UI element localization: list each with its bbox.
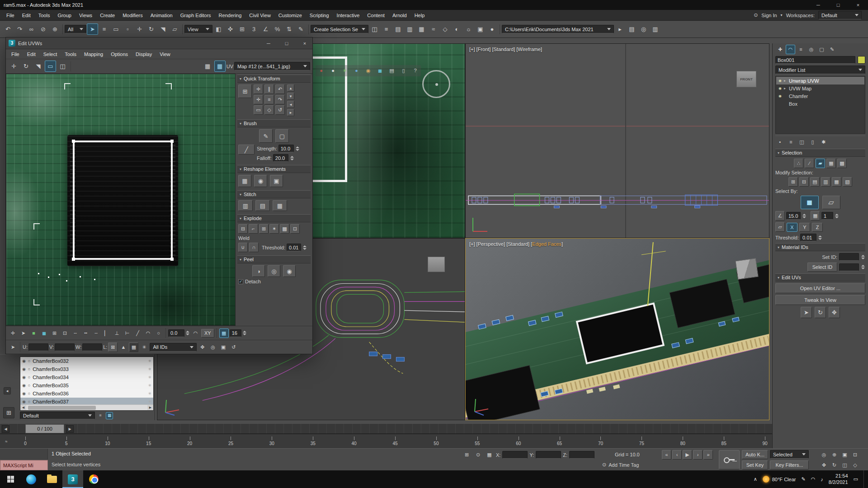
modifier-stack-row[interactable]: Box	[776, 100, 864, 108]
spinner[interactable]	[861, 255, 865, 259]
v-field[interactable]	[55, 343, 75, 351]
mini-curve-editor-icon[interactable]: ≈	[3, 438, 10, 445]
schematic-view-icon[interactable]: ◇	[439, 23, 451, 35]
diagonal-edge-icon[interactable]: ╱	[133, 328, 142, 338]
spinner[interactable]	[802, 214, 807, 218]
angle-snap-icon[interactable]: ∠	[260, 23, 271, 35]
maximize-button[interactable]: □	[828, 0, 848, 10]
scroll-thumb[interactable]	[28, 406, 96, 410]
wifi-icon[interactable]: ◠	[811, 476, 816, 482]
w-field[interactable]	[82, 343, 102, 351]
peel-mode-icon[interactable]: ◎	[268, 265, 280, 277]
taskbar-3ds-max[interactable]: 3	[62, 470, 83, 488]
select-and-link-icon[interactable]: ∞	[26, 23, 37, 35]
stitch-to-average-icon[interactable]: ▤	[255, 200, 270, 211]
align-element-icon[interactable]: ◇	[264, 105, 274, 115]
taskbar-file-explorer[interactable]	[42, 470, 62, 488]
snaps-toggle-icon[interactable]: 3	[248, 23, 259, 35]
y-coordinate-field[interactable]	[536, 451, 561, 459]
flatten-polygons-icon[interactable]: ✶	[269, 224, 279, 234]
angle-circle-icon[interactable]: ○	[154, 328, 163, 338]
explorer-row[interactable]: ◉ ○ ChamferBox032 ✳	[20, 357, 153, 365]
select-by-name-icon[interactable]: ≡	[99, 23, 110, 35]
planar-angle-field[interactable]: 15.0	[786, 212, 801, 220]
quick-scale-icon[interactable]: ✥	[829, 307, 840, 318]
spinner[interactable]	[861, 265, 865, 269]
edged-faces-option[interactable]: Edged Faces	[532, 241, 561, 247]
render-setup-sphere-icon[interactable]: ●	[316, 66, 326, 75]
select-and-scale-icon[interactable]: ◥	[157, 23, 169, 35]
taskbar-clock[interactable]: 21:54 8/2/2021	[829, 473, 848, 486]
break-icon[interactable]: ⊟	[238, 224, 248, 234]
zoom-region-icon[interactable]: ⊡	[850, 450, 860, 460]
dialog-close-button[interactable]: ×	[297, 38, 312, 49]
taskbar-edge[interactable]	[21, 470, 42, 488]
curve-editor-icon[interactable]: ≈	[428, 23, 439, 35]
edge-distance-2-icon[interactable]: ╍	[81, 328, 90, 338]
key-mode-dropdown[interactable]: Selected	[770, 450, 809, 459]
selection-lock-icon[interactable]: ⊙	[473, 450, 483, 460]
selected-uv-rectangle[interactable]	[73, 141, 173, 260]
ignore-backfacing-icon[interactable]: ▩	[837, 159, 847, 168]
align-horizontal-icon[interactable]: ✛	[254, 84, 263, 94]
dialog-menu-item[interactable]: View	[156, 50, 174, 58]
lock-selection-icon[interactable]: ⊠	[108, 343, 118, 352]
display-filter-icon[interactable]: ▥	[650, 23, 661, 35]
orient-element-icon[interactable]: ↺	[275, 105, 285, 115]
filter-triangle-icon[interactable]: ▲	[118, 343, 128, 352]
flatten-by-angle-icon[interactable]: ⊞	[259, 224, 269, 234]
motion-tab-icon[interactable]: ◎	[807, 45, 816, 54]
scroll-right-icon[interactable]: ▶	[147, 405, 153, 411]
window-crossing-icon[interactable]: ▫	[122, 23, 133, 35]
named-selection-set-dropdown[interactable]: Create Selection Se	[311, 25, 368, 33]
grid-display-icon[interactable]: ▦	[485, 450, 494, 460]
close-button[interactable]: ×	[848, 0, 868, 10]
scene-explorer-icon[interactable]: ▤	[392, 23, 404, 35]
flatten-mapping-icon[interactable]: ⊡	[290, 224, 300, 234]
viewport-front-label[interactable]: [+] [Front] [Standard] [Wireframe]	[469, 47, 542, 52]
strength-field[interactable]: 10.0	[278, 145, 294, 152]
dialog-minimize-button[interactable]: ─	[261, 38, 276, 49]
grow-loop-icon[interactable]: ▦	[832, 177, 841, 187]
configure-modifier-sets-icon[interactable]: ✱	[819, 137, 828, 147]
eye-icon[interactable]: ◉	[22, 391, 26, 396]
align-left-icon[interactable]: ⊢	[123, 328, 132, 338]
show-map-icon[interactable]: ▦	[214, 61, 226, 72]
quick-move-icon[interactable]: ➤	[801, 307, 812, 318]
environment-icon[interactable]: ✳	[340, 66, 349, 75]
unlink-selection-icon[interactable]: ⊘	[38, 23, 49, 35]
isolate-selection-icon[interactable]: ◎	[638, 23, 649, 35]
dialog-menu-item[interactable]: Display	[132, 50, 156, 58]
paint-move-brush-icon[interactable]: ✎	[259, 129, 273, 143]
z-coordinate-field[interactable]	[569, 451, 594, 459]
falloff-curve-icon[interactable]: ╱	[238, 145, 255, 155]
cube-map-icon[interactable]: ◼	[375, 66, 385, 75]
project-path-dropdown[interactable]: C:\Users\Erik\Documents\3ds Max 2021	[502, 25, 614, 33]
action-center-icon[interactable]: ▭	[854, 476, 858, 482]
percent-snap-icon[interactable]: %	[272, 23, 283, 35]
pan-icon[interactable]: ✥	[819, 460, 829, 470]
relax-brush-icon[interactable]: ▢	[275, 129, 289, 143]
edit-uvs-rollout-header[interactable]: Edit UVs	[775, 273, 865, 282]
dialog-menu-item[interactable]: Select	[40, 50, 61, 58]
rotate-uv-icon[interactable]: ↻	[20, 61, 32, 72]
scale-uv-icon[interactable]: ◥	[33, 61, 44, 72]
axis-button[interactable]: Y	[799, 223, 810, 232]
menu-item[interactable]: Content	[363, 11, 388, 19]
grid-size-field[interactable]: 16	[230, 329, 241, 337]
quick-rotate-icon[interactable]: ↻	[815, 307, 826, 318]
eye-icon[interactable]: ◉	[22, 383, 26, 388]
rendered-frame-icon[interactable]: ▣	[475, 23, 486, 35]
go-to-end-icon[interactable]: »	[703, 450, 713, 460]
mirror-icon[interactable]: ◫	[369, 23, 380, 35]
visibility-bulb-icon[interactable]: ◉	[778, 86, 783, 90]
background-map-dropdown[interactable]: Map #12 (e...541_1.jpg)	[234, 62, 310, 70]
menu-item[interactable]: Tools	[35, 11, 54, 19]
tray-expand-icon[interactable]: ∧	[754, 476, 757, 482]
play-icon[interactable]: ▶	[683, 450, 692, 460]
edge-mode-icon[interactable]: ∕	[805, 159, 814, 168]
viewcube-front[interactable]: FRONT	[736, 71, 756, 87]
menu-item[interactable]: Scripting	[306, 11, 333, 19]
mirror-uv-icon[interactable]: ◫	[57, 61, 68, 72]
use-pivot-center-icon[interactable]: ◧	[213, 23, 224, 35]
